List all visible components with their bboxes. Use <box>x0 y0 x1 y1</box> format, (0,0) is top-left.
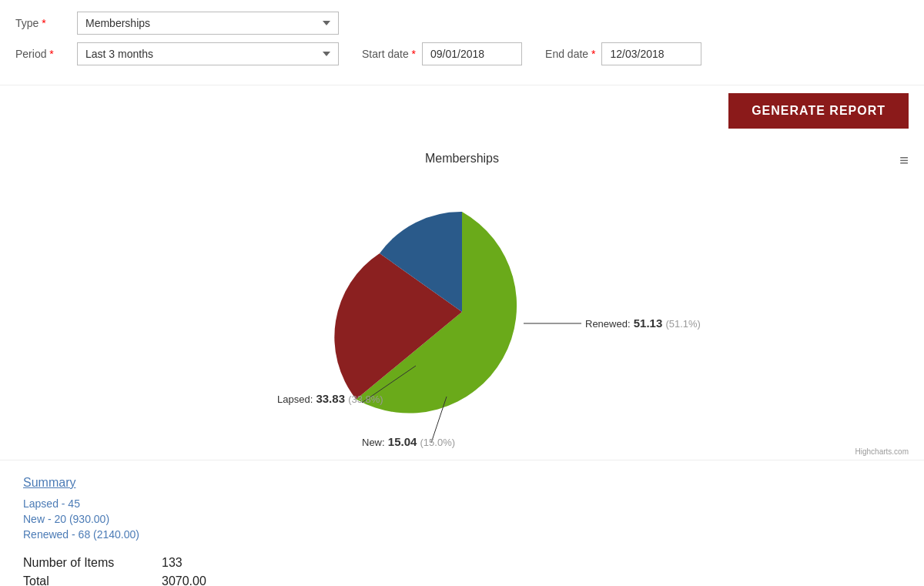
summary-renewed: Renewed - 68 (2140.00) <box>23 528 901 541</box>
chart-menu-icon[interactable]: ≡ <box>899 152 909 169</box>
chart-container: Lapsed: 33.83 (33.8%) Renewed: 51.13 (51… <box>15 181 909 443</box>
summary-area: Summary Lapsed - 45 New - 20 (930.00) Re… <box>0 460 924 586</box>
period-label-text: Period <box>15 48 46 60</box>
chart-title: Memberships <box>15 152 909 166</box>
number-of-items-row: Number of Items 133 <box>23 556 901 570</box>
end-date-input[interactable] <box>601 42 701 65</box>
type-row: Type * Memberships Events Donations <box>15 12 909 35</box>
total-label: Total <box>23 574 162 586</box>
form-area: Type * Memberships Events Donations Peri… <box>0 0 924 85</box>
pie-chart: Lapsed: 33.83 (33.8%) Renewed: 51.13 (51… <box>231 189 693 435</box>
end-date-label: End date * <box>545 48 595 60</box>
total-row: Total 3070.00 <box>23 574 901 586</box>
type-label: Type * <box>15 17 77 29</box>
summary-lapsed: Lapsed - 45 <box>23 497 901 510</box>
highcharts-credit: Highcharts.com <box>855 447 909 456</box>
type-required: * <box>42 17 45 29</box>
chart-area: Memberships ≡ Lapsed: 33.83 (33 <box>0 136 924 460</box>
lapsed-label: Lapsed: 33.83 (33.8%) <box>277 392 383 405</box>
period-select[interactable]: Last 3 months Last month Last year Custo… <box>77 42 339 65</box>
generate-btn-row: GENERATE REPORT <box>0 85 924 136</box>
renewed-label: Renewed: 51.13 (51.1%) <box>585 316 701 330</box>
summary-title: Summary <box>23 476 901 490</box>
generate-report-button[interactable]: GENERATE REPORT <box>728 93 909 129</box>
period-required: * <box>49 48 53 60</box>
start-date-label: Start date * <box>362 48 416 60</box>
period-label: Period * <box>15 48 77 60</box>
end-date-field: End date * <box>545 42 701 65</box>
new-label: New: 15.04 (15.0%) <box>362 435 455 448</box>
total-value: 3070.00 <box>162 574 206 586</box>
summary-new: New - 20 (930.00) <box>23 513 901 525</box>
period-row: Period * Last 3 months Last month Last y… <box>15 42 909 65</box>
type-select[interactable]: Memberships Events Donations <box>77 12 339 35</box>
stats-table: Number of Items 133 Total 3070.00 <box>23 556 901 586</box>
start-date-field: Start date * <box>362 42 522 65</box>
type-label-text: Type <box>15 17 38 29</box>
number-label: Number of Items <box>23 556 162 570</box>
number-value: 133 <box>162 556 182 570</box>
start-date-input[interactable] <box>422 42 522 65</box>
